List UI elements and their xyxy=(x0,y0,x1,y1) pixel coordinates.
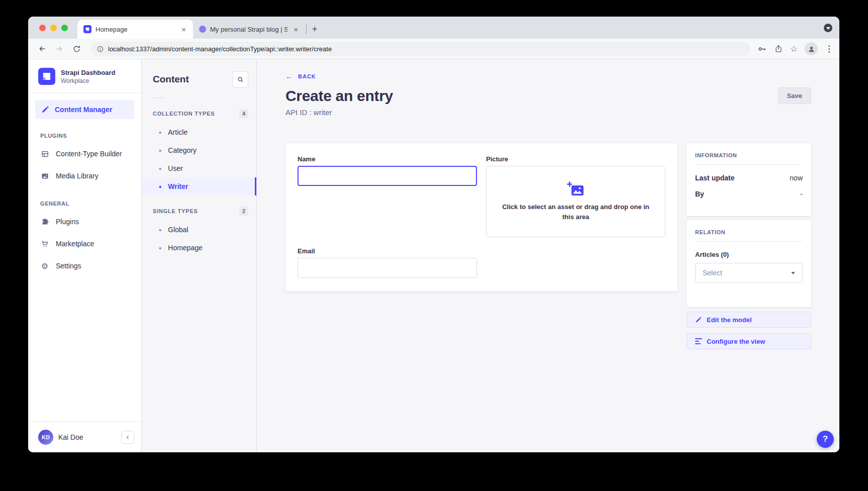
subnav-item-category[interactable]: • Category xyxy=(142,141,256,159)
back-label: BACK xyxy=(298,73,316,79)
picture-field-label: Picture xyxy=(486,155,665,163)
pen-icon xyxy=(41,106,49,114)
group-label-collection-types: COLLECTION TYPES xyxy=(153,111,215,117)
configure-view-button[interactable]: Configure the view xyxy=(687,333,811,349)
collection-types-count-badge: 4 xyxy=(239,109,248,118)
sidebar-item-label: Plugins xyxy=(56,218,79,226)
email-input[interactable] xyxy=(298,258,477,278)
configure-icon xyxy=(695,338,702,345)
by-label: By xyxy=(695,190,704,198)
browser-menu-icon[interactable]: ⋮ xyxy=(825,44,833,54)
pencil-icon xyxy=(695,316,702,323)
by-value: - xyxy=(800,190,803,198)
bookmark-star-icon[interactable]: ☆ xyxy=(790,44,798,54)
configure-view-label: Configure the view xyxy=(707,338,765,345)
collapse-sidebar-button[interactable]: ‹ xyxy=(121,431,134,444)
back-button[interactable] xyxy=(35,42,49,56)
traffic-lights xyxy=(39,25,68,31)
minimize-window-button[interactable] xyxy=(50,25,57,31)
layout-icon xyxy=(40,150,49,158)
subnav-item-global[interactable]: • Global xyxy=(142,221,256,239)
tab-title: My personal Strapi blog | Strap xyxy=(210,26,287,33)
sidebar-item-settings[interactable]: ⚙ Settings xyxy=(28,255,141,277)
divider xyxy=(153,97,165,98)
bullet-icon: • xyxy=(159,164,161,173)
strapi-logo-icon xyxy=(38,68,55,85)
picture-upload-dropzone[interactable]: Click to select an asset or drag and dro… xyxy=(486,166,665,237)
subnav-item-label: Writer xyxy=(168,182,188,190)
image-icon xyxy=(40,172,49,180)
main-content: ← BACK Create an entry Save API ID : wri… xyxy=(257,59,839,452)
chevron-down-icon xyxy=(826,27,830,30)
search-icon xyxy=(237,76,244,83)
single-types-count-badge: 2 xyxy=(239,207,248,216)
browser-window: Homepage × My personal Strapi blog | Str… xyxy=(28,17,839,452)
new-tab-button[interactable]: + xyxy=(308,22,322,36)
entry-form-card: Name Email Picture xyxy=(285,143,678,291)
bullet-icon: • xyxy=(159,244,161,252)
zoom-window-button[interactable] xyxy=(61,25,68,31)
email-field-label: Email xyxy=(298,247,477,255)
help-button[interactable]: ? xyxy=(817,431,834,448)
group-label-single-types: SINGLE TYPES xyxy=(153,208,198,214)
toolbar-actions: ☆ ⋮ xyxy=(757,42,833,55)
search-button[interactable] xyxy=(232,71,248,87)
right-panel: INFORMATION Last update now By - RELATIO… xyxy=(687,143,811,349)
tab-close-icon[interactable]: × xyxy=(179,25,188,34)
upload-hint-text: Click to select an asset or drag and dro… xyxy=(499,202,652,222)
sidebar-item-media-library[interactable]: Media Library xyxy=(28,165,141,187)
url-bar[interactable]: localhost:1337/admin/content-manager/col… xyxy=(90,42,750,56)
caret-down-icon xyxy=(791,272,795,274)
info-icon[interactable] xyxy=(97,45,104,53)
sidebar-item-marketplace[interactable]: Marketplace xyxy=(28,233,141,255)
workspace-name: Workplace xyxy=(61,77,115,84)
share-icon[interactable] xyxy=(774,44,783,53)
content-subnav: Content COLLECTION TYPES 4 • Article • C… xyxy=(142,59,257,452)
name-input[interactable] xyxy=(298,166,477,186)
person-icon xyxy=(807,45,816,53)
articles-relation-label: Articles (0) xyxy=(695,251,803,258)
browser-profile-avatar[interactable] xyxy=(805,42,818,55)
back-arrow-icon: ← xyxy=(285,72,294,80)
sidebar-item-plugins[interactable]: Plugins xyxy=(28,211,141,233)
sidebar-section-general: GENERAL xyxy=(40,201,141,207)
relation-card: RELATION Articles (0) Select xyxy=(687,220,811,307)
forward-button[interactable] xyxy=(52,42,66,56)
bullet-icon: • xyxy=(159,226,161,234)
puzzle-icon xyxy=(40,218,49,226)
sidebar-item-content-type-builder[interactable]: Content-Type Builder xyxy=(28,143,141,165)
divider xyxy=(695,241,803,242)
sidebar-item-content-manager[interactable]: Content Manager xyxy=(35,100,134,119)
reload-icon xyxy=(72,45,81,53)
user-avatar[interactable]: KD xyxy=(38,430,53,445)
forward-arrow-icon xyxy=(55,44,64,53)
sidebar-item-label: Settings xyxy=(56,262,81,270)
api-id-subtitle: API ID : writer xyxy=(285,108,811,117)
edit-model-button[interactable]: Edit the model xyxy=(687,312,811,328)
subnav-item-homepage[interactable]: • Homepage xyxy=(142,239,256,257)
subnav-item-article[interactable]: • Article xyxy=(142,123,256,141)
user-name: Kai Doe xyxy=(58,433,83,441)
tab-search-button[interactable] xyxy=(824,24,832,32)
back-link[interactable]: ← BACK xyxy=(285,72,316,80)
articles-select[interactable]: Select xyxy=(695,263,803,283)
password-key-icon[interactable] xyxy=(757,44,767,54)
tab-close-icon[interactable]: × xyxy=(292,25,300,34)
tab-strapi-blog[interactable]: My personal Strapi blog | Strap × xyxy=(193,20,305,39)
tab-strip: Homepage × My personal Strapi blog | Str… xyxy=(28,17,839,39)
reload-button[interactable] xyxy=(69,42,83,56)
subnav-item-label: Category xyxy=(168,146,197,154)
tab-homepage[interactable]: Homepage × xyxy=(77,20,193,39)
subnav-item-user[interactable]: • User xyxy=(142,159,256,177)
url-text: localhost:1337/admin/content-manager/col… xyxy=(108,45,332,53)
browser-toolbar: localhost:1337/admin/content-manager/col… xyxy=(28,39,839,59)
app-name: Strapi Dashboard xyxy=(61,69,115,76)
tab-title: Homepage xyxy=(95,26,175,33)
close-window-button[interactable] xyxy=(39,25,46,31)
workspace-header[interactable]: Strapi Dashboard Workplace xyxy=(28,59,141,92)
sidebar-section-plugins: PLUGINS xyxy=(40,133,141,139)
blog-favicon-icon xyxy=(199,26,206,33)
sidebar-item-label: Content Manager xyxy=(55,106,112,114)
subnav-item-writer[interactable]: • Writer xyxy=(142,177,256,195)
save-button[interactable]: Save xyxy=(778,87,811,104)
